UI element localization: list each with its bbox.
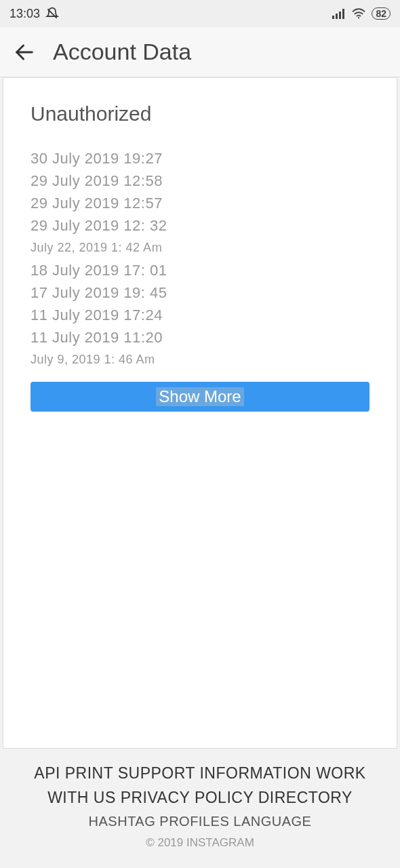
status-bar: 13:03 82 — [0, 0, 400, 27]
svg-rect-3 — [342, 9, 344, 19]
svg-rect-2 — [339, 12, 341, 19]
status-time: 13:03 — [9, 7, 40, 21]
section-heading: Unauthorized — [31, 102, 369, 125]
dnd-icon — [45, 7, 59, 20]
svg-rect-1 — [336, 14, 338, 19]
login-entry: July 22, 2019 1: 42 Am — [31, 237, 369, 259]
footer-links-primary[interactable]: API PRINT SUPPORT INFORMATION WORK WITH … — [16, 761, 384, 810]
login-entry: 30 July 2019 19:27 — [31, 147, 369, 170]
content-card: Unauthorized 30 July 2019 19:2729 July 2… — [3, 77, 397, 749]
battery-indicator: 82 — [372, 7, 391, 20]
svg-rect-0 — [332, 16, 334, 19]
show-more-button[interactable]: Show More — [31, 382, 369, 412]
back-button[interactable] — [11, 39, 38, 66]
entries-list: 30 July 2019 19:2729 July 2019 12:5829 J… — [31, 147, 369, 371]
footer-copyright: © 2019 INSTAGRAM — [16, 836, 384, 850]
login-entry: 18 July 2019 17: 01 — [31, 259, 369, 281]
login-entry: 29 July 2019 12:57 — [31, 192, 369, 214]
login-entry: 29 July 2019 12:58 — [31, 170, 369, 192]
app-header: Account Data — [0, 27, 400, 77]
login-entry: July 9, 2019 1: 46 Am — [31, 349, 369, 371]
svg-point-4 — [358, 17, 359, 18]
signal-icon — [332, 8, 346, 19]
login-entry: 11 July 2019 11:20 — [31, 326, 369, 349]
login-entry: 29 July 2019 12: 32 — [31, 214, 369, 237]
wifi-icon — [351, 8, 366, 19]
login-entry: 11 July 2019 17:24 — [31, 304, 369, 326]
footer-links-secondary[interactable]: HASHTAG PROFILES LANGUAGE — [16, 814, 384, 829]
page-title: Account Data — [53, 39, 191, 65]
footer: API PRINT SUPPORT INFORMATION WORK WITH … — [0, 749, 400, 850]
login-entry: 17 July 2019 19: 45 — [31, 281, 369, 304]
show-more-label: Show More — [156, 387, 243, 406]
